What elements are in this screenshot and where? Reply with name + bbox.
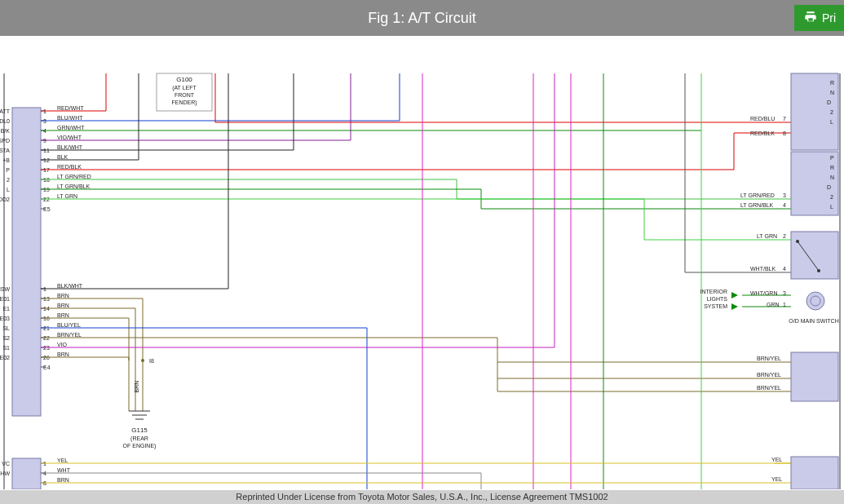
ecu-wire-color: GRN/WHT — [57, 125, 85, 130]
license-footer: Reprinted Under License from Toyota Moto… — [0, 490, 844, 504]
ecu-pin-number: E5 — [43, 206, 51, 212]
g115-pin: I8 — [149, 358, 154, 364]
od-switch-label: O/D MAIN SWITCH — [789, 318, 838, 324]
svg-text:D: D — [827, 99, 831, 105]
svg-text:2: 2 — [783, 233, 786, 239]
ecu-pin-name: E03 — [0, 316, 10, 321]
ecu-wire-color: BRN — [57, 351, 69, 357]
ecu-pin-name: SPD — [0, 138, 10, 144]
g115-wire: BRN — [134, 381, 139, 393]
ecu-wire-color: LT GRN/RED — [57, 174, 91, 179]
ecu-wire-color: WHT — [57, 467, 71, 473]
page-title: Fig 1: A/T Circuit — [368, 10, 476, 27]
ecu-wire-color: RED/BLK — [57, 164, 82, 170]
ecu-pin-name: VC — [2, 461, 10, 466]
ecu-wire-color: LT GRN — [57, 193, 77, 199]
ecu-pin-name: E01 — [0, 296, 10, 302]
svg-text:YEL: YEL — [771, 457, 782, 462]
ecu-wire-color: VIO/WHT — [57, 135, 82, 140]
svg-text:BRN/YEL: BRN/YEL — [757, 372, 781, 378]
g115-loc1: (REAR — [130, 435, 148, 442]
svg-text:BRN/YEL: BRN/YEL — [757, 385, 781, 391]
svg-text:YEL: YEL — [771, 476, 782, 482]
ecu-wire-color: BLU/YEL — [57, 322, 81, 328]
right-wire-labels: RED/BLU7 RED/BLK8 LT GRN/RED3 LT GRN/BLK… — [740, 116, 786, 482]
od-main-switch — [791, 232, 838, 279]
svg-text:BRN/YEL: BRN/YEL — [757, 356, 781, 361]
ecu-wire-color: LT GRN/BLK — [57, 183, 91, 189]
svg-text:GRN: GRN — [767, 302, 780, 307]
ecu-wire-color: BRN — [57, 477, 69, 483]
ecu-wire-color: VIO — [57, 342, 68, 347]
svg-text:3: 3 — [783, 192, 786, 198]
g100-loc2: FRONT — [175, 92, 195, 98]
svg-text:RED/BLU: RED/BLU — [750, 116, 775, 122]
ecu-wire-color: BLU/WHT — [57, 115, 83, 121]
ecu-connector — [12, 108, 41, 416]
svg-text:L: L — [830, 119, 833, 125]
ecu-pin-name: L — [7, 187, 10, 192]
svg-text:D: D — [827, 184, 831, 190]
svg-point-41 — [817, 269, 820, 272]
svg-text:P: P — [830, 155, 834, 161]
interior-lights-label: INTERIOR LIGHTS SYSTEM — [700, 289, 738, 310]
ecu-pin-name: E02 — [0, 355, 10, 360]
svg-text:7: 7 — [783, 116, 786, 122]
ecu-pin-name: IDL0 — [0, 118, 10, 124]
svg-text:RED/BLK: RED/BLK — [750, 130, 775, 136]
svg-text:INTERIOR: INTERIOR — [700, 289, 727, 294]
ecu-pin-name: STA — [0, 148, 10, 153]
svg-text:N: N — [830, 90, 834, 95]
svg-point-40 — [796, 240, 799, 243]
svg-text:2: 2 — [830, 109, 833, 115]
svg-text:2: 2 — [830, 194, 833, 200]
ecu-wire-color: BLK — [57, 154, 68, 160]
ecu-wire-color: BRN — [57, 293, 69, 298]
svg-text:1: 1 — [783, 302, 786, 307]
ecu-pin-name: OD2 — [0, 197, 10, 202]
ecu-pin-name: NSW — [0, 286, 10, 292]
ecu-pin-name: E1 — [2, 306, 10, 312]
svg-point-42 — [806, 292, 824, 310]
ecu-pin-name: BATT — [0, 108, 11, 114]
g115-name: G115 — [131, 427, 148, 434]
svg-text:LT GRN/RED: LT GRN/RED — [740, 192, 775, 198]
ecu-pin-name: P — [6, 167, 10, 173]
wiring-diagram: G100 (AT LEFT FRONT FENDER) BRN I8 G115 … — [0, 36, 844, 489]
g115-ground: BRN I8 G115 (REAR OF ENGINE) — [123, 358, 157, 449]
svg-text:N: N — [830, 175, 834, 180]
ecu-wire-color: BLK/WHT — [57, 283, 83, 289]
ecu-wire-color: BRN — [57, 312, 69, 318]
ecu-pin-name: 2 — [7, 177, 10, 183]
svg-text:4: 4 — [783, 202, 786, 208]
ecu-pin-number: E4 — [43, 365, 51, 370]
svg-text:3: 3 — [783, 290, 786, 296]
ecu-pin-name: S1 — [2, 345, 10, 351]
ecu-pin-name: S2 — [2, 335, 10, 341]
ecu-wire-color: BRN/YEL — [57, 332, 82, 338]
svg-text:R: R — [830, 165, 834, 170]
sensor-block — [791, 457, 838, 489]
g100-loc3: FENDER) — [171, 99, 197, 106]
ecu-pin-name: +B — [2, 157, 10, 163]
ecu-wire-color: YEL — [57, 458, 68, 463]
svg-text:4: 4 — [783, 266, 786, 272]
svg-text:L: L — [830, 204, 833, 210]
header-bar: Fig 1: A/T Circuit Pri — [0, 0, 844, 36]
ecu-wire-color: BRN — [57, 303, 69, 308]
svg-text:SYSTEM: SYSTEM — [704, 303, 727, 309]
g100-name: G100 — [176, 76, 192, 83]
ecu-pin-name: THW — [0, 471, 10, 476]
svg-text:WHT/BLK: WHT/BLK — [750, 266, 776, 272]
od-lamp — [806, 292, 824, 310]
ecu-pin-name: B/K — [1, 128, 11, 134]
svg-text:LIGHTS: LIGHTS — [707, 296, 728, 302]
ecu-connector-2 — [12, 458, 41, 489]
print-button[interactable]: Pri — [794, 5, 844, 31]
ecu-wire-color: BLK/WHT — [57, 144, 83, 150]
wires — [41, 73, 791, 489]
svg-text:WHT/GRN: WHT/GRN — [750, 290, 777, 296]
ecu-pin-name: SL — [2, 325, 10, 331]
g115-loc2: OF ENGINE) — [123, 443, 157, 449]
solenoid-block — [791, 352, 838, 401]
